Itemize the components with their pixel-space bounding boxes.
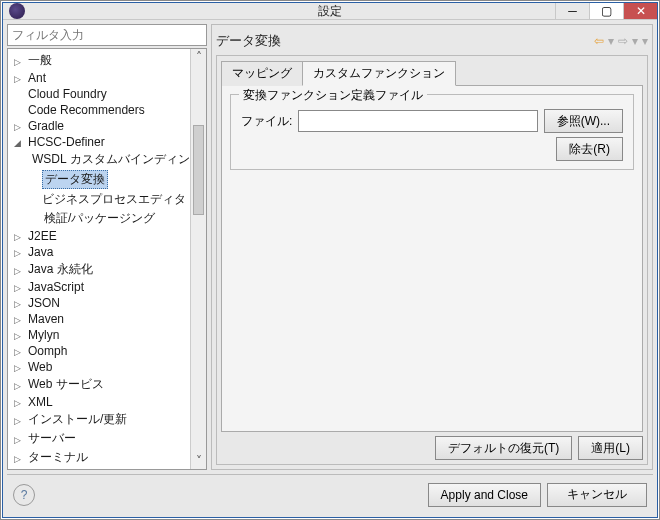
- nav-menu-icon[interactable]: ▾: [642, 34, 648, 48]
- tree-node-label: Code Recommenders: [26, 103, 147, 117]
- tree-node[interactable]: Mylyn: [8, 327, 190, 343]
- tree-node[interactable]: Ant: [8, 70, 190, 86]
- scroll-up-button[interactable]: ˄: [191, 49, 206, 65]
- tree-node[interactable]: ターミナル: [8, 448, 190, 467]
- tree-node[interactable]: Gradle: [8, 118, 190, 134]
- tree-scrollbar[interactable]: ˄ ˅: [190, 49, 206, 469]
- tree-node-label: Gradle: [26, 119, 66, 133]
- arrow-collapsed-icon[interactable]: [14, 54, 26, 68]
- tree-node-label: Cloud Foundry: [26, 87, 109, 101]
- tree-node[interactable]: JSON: [8, 295, 190, 311]
- tree-node[interactable]: Code Recommenders: [8, 102, 190, 118]
- apply-button[interactable]: 適用(L): [578, 436, 643, 460]
- tree-node[interactable]: HCSC-Definer: [8, 134, 190, 150]
- file-input[interactable]: [298, 110, 537, 132]
- tree-node[interactable]: JavaScript: [8, 279, 190, 295]
- tree-node[interactable]: Java: [8, 244, 190, 260]
- arrow-collapsed-icon[interactable]: [14, 229, 26, 243]
- tree-node[interactable]: インストール/更新: [8, 410, 190, 429]
- tree-node[interactable]: Java 永続化: [8, 260, 190, 279]
- tree-node[interactable]: 一般: [8, 51, 190, 70]
- group-title: 変換ファンクション定義ファイル: [239, 87, 427, 104]
- arrow-collapsed-icon[interactable]: [14, 328, 26, 342]
- tree-node-label: ビジネスプロセスエディタ: [40, 191, 188, 208]
- tree-node-label: J2EE: [26, 229, 59, 243]
- tree-node[interactable]: データ変換: [8, 169, 190, 190]
- tree-node-label: Java: [26, 245, 55, 259]
- tree-node-label: Java 永続化: [26, 261, 95, 278]
- arrow-collapsed-icon[interactable]: [14, 296, 26, 310]
- tree-node[interactable]: 検証/パッケージング: [8, 209, 190, 228]
- filter-field[interactable]: [7, 24, 207, 46]
- tree-node-label: WSDL カスタムバインディング: [30, 151, 190, 168]
- tab-mapping[interactable]: マッピング: [221, 61, 303, 86]
- arrow-collapsed-icon[interactable]: [14, 413, 26, 427]
- help-icon[interactable]: ?: [13, 484, 35, 506]
- filter-input[interactable]: [8, 25, 206, 45]
- arrow-expanded-icon[interactable]: [14, 135, 26, 149]
- arrow-collapsed-icon[interactable]: [14, 245, 26, 259]
- arrow-collapsed-icon[interactable]: [14, 344, 26, 358]
- browse-button[interactable]: 参照(W)...: [544, 109, 623, 133]
- nav-forward-icon[interactable]: ⇨: [618, 34, 628, 48]
- tree-node[interactable]: サーバー: [8, 429, 190, 448]
- arrow-collapsed-icon[interactable]: [14, 378, 26, 392]
- nav-forward-menu-icon[interactable]: ▾: [632, 34, 638, 48]
- tree-node-label: Mylyn: [26, 328, 61, 342]
- arrow-collapsed-icon[interactable]: [14, 451, 26, 465]
- apply-and-close-button[interactable]: Apply and Close: [428, 483, 541, 507]
- tree-node-label: HCSC-Definer: [26, 135, 107, 149]
- nav-back-icon[interactable]: ⇦: [594, 34, 604, 48]
- tree-node-label: ターミナル: [26, 449, 90, 466]
- page-title: データ変換: [216, 32, 281, 50]
- tree-node[interactable]: XML: [8, 394, 190, 410]
- scroll-down-button[interactable]: ˅: [191, 453, 206, 469]
- tree-node-label: XML: [26, 395, 55, 409]
- tree-node-label: インストール/更新: [26, 411, 129, 428]
- file-group: 変換ファンクション定義ファイル ファイル: 参照(W)... 除去(R): [230, 94, 634, 170]
- tree-node-label: JavaScript: [26, 280, 86, 294]
- remove-button[interactable]: 除去(R): [556, 137, 623, 161]
- cancel-button[interactable]: キャンセル: [547, 483, 647, 507]
- tree-node-label: Maven: [26, 312, 66, 326]
- tree-node-label: 検証/パッケージング: [42, 210, 157, 227]
- preferences-tree[interactable]: 一般AntCloud FoundryCode RecommendersGradl…: [8, 49, 190, 469]
- tree-node-label: Web サービス: [26, 376, 106, 393]
- tree-node[interactable]: Cloud Foundry: [8, 86, 190, 102]
- arrow-collapsed-icon[interactable]: [14, 312, 26, 326]
- nav-back-menu-icon[interactable]: ▾: [608, 34, 614, 48]
- tree-node-label: Web: [26, 360, 54, 374]
- tree-node[interactable]: Web サービス: [8, 375, 190, 394]
- tree-node[interactable]: ビジネスプロセスエディタ: [8, 190, 190, 209]
- tree-node-label: JSON: [26, 296, 62, 310]
- tree-node[interactable]: WSDL カスタムバインディング: [8, 150, 190, 169]
- tree-node-label: Ant: [26, 71, 48, 85]
- tree-node-label: 一般: [26, 52, 54, 69]
- tab-custom-function[interactable]: カスタムファンクション: [302, 61, 456, 86]
- arrow-collapsed-icon[interactable]: [14, 432, 26, 446]
- arrow-collapsed-icon[interactable]: [14, 71, 26, 85]
- tree-node-label: データ変換: [42, 170, 108, 189]
- tree-node-label: サーバー: [26, 430, 78, 447]
- arrow-collapsed-icon[interactable]: [14, 263, 26, 277]
- tree-node[interactable]: Web: [8, 359, 190, 375]
- titlebar: 設定 ─ ▢ ✕: [3, 3, 657, 20]
- tree-node[interactable]: Maven: [8, 311, 190, 327]
- arrow-collapsed-icon[interactable]: [14, 280, 26, 294]
- tree-node-label: Oomph: [26, 344, 69, 358]
- arrow-collapsed-icon[interactable]: [14, 395, 26, 409]
- file-label: ファイル:: [241, 113, 292, 130]
- arrow-collapsed-icon[interactable]: [14, 360, 26, 374]
- window-title: 設定: [3, 3, 657, 20]
- restore-defaults-button[interactable]: デフォルトの復元(T): [435, 436, 572, 460]
- tree-node[interactable]: J2EE: [8, 228, 190, 244]
- arrow-collapsed-icon[interactable]: [14, 119, 26, 133]
- scroll-thumb[interactable]: [193, 125, 204, 215]
- tree-node[interactable]: Oomph: [8, 343, 190, 359]
